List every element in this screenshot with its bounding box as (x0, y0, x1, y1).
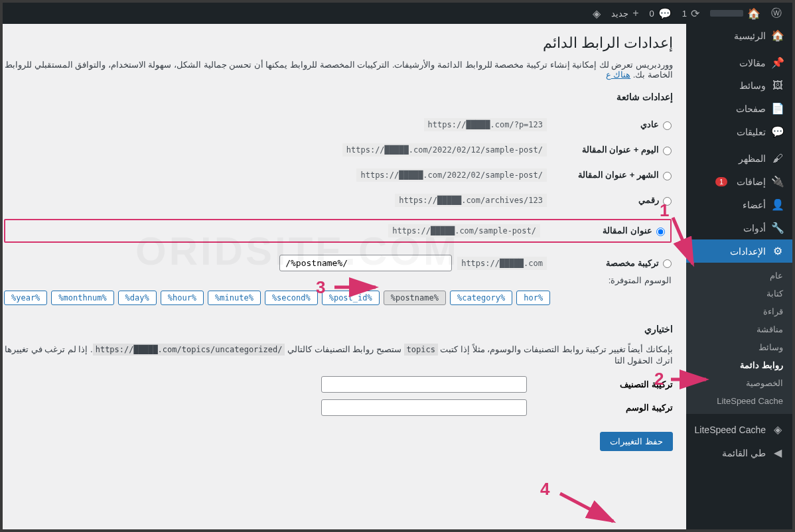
home-link[interactable]: 🏠 (705, 7, 766, 20)
tag-minute[interactable]: %minute% (208, 291, 261, 305)
collapse-icon: ◀ (771, 446, 784, 459)
brush-icon: 🖌 (771, 153, 784, 165)
sidebar-dashboard-label: الرئيسية (734, 31, 766, 41)
sidebar-settings-label: الإعدادات (730, 246, 766, 257)
radio-post-name-input[interactable] (656, 228, 665, 236)
radio-plain-input[interactable] (663, 121, 672, 130)
sub-reading[interactable]: قراءة (686, 302, 792, 320)
category-base-input[interactable] (321, 376, 527, 393)
comment-icon: 💬 (771, 125, 784, 138)
sidebar-settings[interactable]: ⚙الإعدادات (686, 239, 792, 263)
sidebar-media-label: وسائط (739, 80, 766, 91)
post-name-example: https://█████.com/sample-post/ (388, 224, 540, 237)
plugins-badge: 1 (715, 177, 727, 186)
sidebar-users-label: أعضاء (743, 200, 766, 210)
main-content: إعدادات الرابط الدائم ووردبريس تعرض لك إ… (3, 24, 686, 529)
sidebar-comments[interactable]: 💬تعليقات (686, 120, 792, 143)
tag-day[interactable]: %day% (118, 291, 157, 305)
radio-custom-label: تركيبة مخصصة (606, 258, 659, 268)
radio-plain[interactable]: عادي (552, 119, 672, 129)
cache-link[interactable]: ◈ (587, 7, 606, 20)
sub-media[interactable]: وسائط (686, 338, 792, 356)
tag-base-input[interactable] (321, 399, 527, 416)
sidebar-lscache[interactable]: ◈LiteSpeed Cache (686, 418, 792, 441)
radio-day-name[interactable]: اليوم + عنوان المقالة (552, 145, 672, 155)
opt-desc-2: ستصبح روابط التصنيفات كالتالي (285, 344, 403, 354)
optional-description: بإمكانك أيضاً تغيير تركيبة روابط التصنيف… (3, 344, 673, 366)
radio-post-name-label: عنوان المقالة (603, 226, 652, 235)
radio-numeric-input[interactable] (663, 197, 672, 206)
new-label: جديد (611, 9, 628, 19)
radio-post-name[interactable]: عنوان المقالة (545, 226, 665, 235)
home-icon: 🏠 (747, 7, 760, 20)
sidebar-collapse[interactable]: ◀طي القائمة (686, 441, 792, 464)
refresh-icon: ⟳ (691, 7, 699, 20)
radio-numeric[interactable]: رقمي (552, 195, 672, 205)
radio-month-name-label: الشهر + عنوان المقالة (578, 170, 659, 180)
user-icon: 👤 (771, 198, 784, 211)
tag-year[interactable]: %year% (4, 291, 47, 305)
tags-row: %year%%monthnum%%day%%hour%%minute%%seco… (4, 291, 672, 305)
month-name-example: https://█████.com/2022/02/sample-post/ (356, 168, 547, 182)
settings-submenu: عام كتابة قراءة مناقشة وسائط روابط دائمة… (686, 263, 792, 414)
sub-writing[interactable]: كتابة (686, 285, 792, 302)
tag-monthnum[interactable]: %monthnum% (51, 291, 113, 305)
admin-sidebar: 🏠الرئيسية 📌مقالات 🖼وسائط 📄صفحات 💬تعليقات… (686, 24, 792, 529)
page-description: ووردبريس تعرض لك إمكانية إنشاء تركيبة مخ… (3, 60, 673, 80)
tag-postname[interactable]: %postname% (384, 291, 446, 305)
common-settings-heading: إعدادات شائعة (3, 92, 673, 102)
tag-hour[interactable]: %hour% (161, 291, 204, 305)
admin-toolbar: ⓦ 🏠 ⟳1 💬0 +جديد ◈ (3, 3, 792, 24)
updates-link[interactable]: ⟳1 (677, 7, 705, 20)
radio-day-name-input[interactable] (663, 147, 672, 155)
sub-lscache[interactable]: LiteSpeed Cache (686, 392, 792, 410)
wordpress-icon: ⓦ (771, 7, 782, 21)
new-link[interactable]: +جديد (606, 7, 644, 19)
sidebar-media[interactable]: 🖼وسائط (686, 74, 792, 97)
optional-heading: اختياري (3, 324, 673, 334)
sub-general[interactable]: عام (686, 267, 792, 285)
radio-month-name-input[interactable] (663, 172, 672, 180)
comments-link[interactable]: 💬0 (644, 7, 677, 20)
sidebar-collapse-label: طي القائمة (722, 448, 766, 458)
custom-structure-input[interactable] (279, 255, 452, 271)
wp-logo[interactable]: ⓦ (766, 7, 787, 21)
tag-category[interactable]: %category% (450, 291, 512, 305)
pin-icon: 📌 (771, 56, 784, 69)
sidebar-tools[interactable]: 🔧أدوات (686, 216, 792, 239)
tag-post_id[interactable]: %post_id% (322, 291, 380, 305)
custom-base: https://█████.com (457, 257, 547, 270)
desc-text: ووردبريس تعرض لك إمكانية إنشاء تركيبة مخ… (5, 60, 673, 80)
sidebar-plugins-label: إضافات (737, 176, 766, 187)
tag-‎hor[interactable]: ‎hor% (516, 291, 550, 305)
page-icon: 📄 (771, 102, 784, 115)
radio-custom[interactable]: تركيبة مخصصة (552, 258, 672, 268)
sidebar-plugins[interactable]: 🔌إضافات1 (686, 170, 792, 193)
sidebar-users[interactable]: 👤أعضاء (686, 193, 792, 216)
radio-custom-input[interactable] (663, 259, 672, 268)
comments-count: 0 (650, 9, 654, 19)
opt-desc-1: بإمكانك أيضاً تغيير تركيبة روابط التصنيف… (438, 344, 673, 354)
diamond-icon: ◈ (771, 423, 784, 436)
sidebar-appearance-label: المظهر (739, 153, 766, 164)
sub-discussion[interactable]: مناقشة (686, 320, 792, 338)
sidebar-posts[interactable]: 📌مقالات (686, 51, 792, 74)
save-changes-button[interactable]: حفظ التغييرات (600, 432, 673, 451)
sidebar-appearance[interactable]: 🖌المظهر (686, 147, 792, 170)
sub-permalinks[interactable]: روابط دائمة (686, 356, 792, 374)
tag-base-label: تركيبة الوسم (553, 403, 673, 413)
tag-second[interactable]: %second% (265, 291, 318, 305)
wrench-icon: 🔧 (771, 222, 784, 234)
sidebar-pages[interactable]: 📄صفحات (686, 97, 792, 120)
opt-code-1: topics (404, 344, 438, 356)
desc-link[interactable]: هناك ع (606, 70, 631, 80)
sidebar-dashboard[interactable]: 🏠الرئيسية (686, 24, 792, 47)
radio-plain-label: عادي (640, 119, 659, 129)
plain-example: https://█████.com/?p=123 (424, 118, 547, 131)
sidebar-tools-label: أدوات (743, 223, 766, 233)
sub-privacy[interactable]: الخصوصية (686, 374, 792, 392)
radio-numeric-label: رقمي (638, 195, 659, 205)
day-name-example: https://█████.com/2022/02/12/sample-post… (342, 143, 547, 157)
radio-month-name[interactable]: الشهر + عنوان المقالة (552, 170, 672, 180)
page-title: إعدادات الرابط الدائم (3, 34, 673, 52)
